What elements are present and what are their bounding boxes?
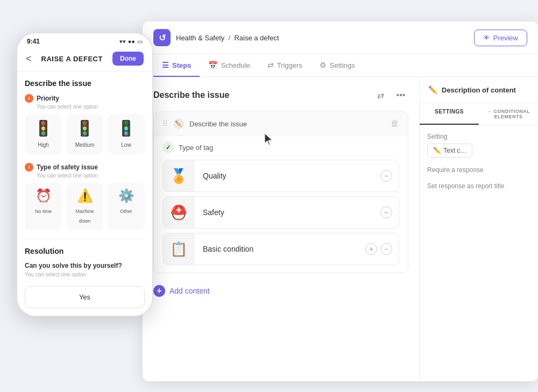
tab-settings-label: Settings <box>330 61 355 69</box>
right-panel: ✏️ Description of content SETTINGS → CON… <box>420 77 538 381</box>
wifi-icon: ▾▾ <box>119 38 126 45</box>
safety-grid: ⏰ No time ⚠️ Machine down ⚙️ Other <box>25 183 145 230</box>
require-response-row: Require a response <box>427 166 530 174</box>
options-list: 🏅 Quality − ⛑️ Safety − <box>154 156 408 273</box>
breadcrumb-parent: Health & Safety <box>176 34 224 42</box>
builder-header: ↺ Health & Safety / Raise a defect 👁 Pre… <box>143 22 538 54</box>
app-logo: ↺ <box>153 29 171 46</box>
add-content-button[interactable]: + Add content <box>153 279 408 303</box>
phone-header: < RAISE A DEFECT Done <box>17 47 152 72</box>
phone-status-bar: 9:41 ▾▾ ●● ▭ <box>17 33 152 47</box>
more-icon[interactable]: ••• <box>393 88 408 103</box>
tag-type-header: ✓ Type of tag <box>154 136 408 156</box>
set-response-label: Set response as report title <box>427 182 530 190</box>
safety-question: ! Type of safety issue You can select on… <box>25 163 145 230</box>
pencil-icon: ✏️ <box>428 85 437 94</box>
safety-label: Type of safety issue <box>37 163 98 171</box>
high-label: High <box>38 142 49 148</box>
describe-issue-header: ⠿ ✏️ Describe the issue 🗑 <box>154 112 408 136</box>
other-label: Other <box>120 209 132 214</box>
safety-controls: − <box>380 206 399 218</box>
battery-icon: ▭ <box>137 38 143 45</box>
tag-type-label: Type of tag <box>179 144 213 152</box>
basic-label: Basic condition <box>194 245 365 253</box>
mobile-phone: 9:41 ▾▾ ●● ▭ < RAISE A DEFECT Done Descr… <box>16 32 153 317</box>
priority-low[interactable]: 🚦 Low <box>108 114 145 154</box>
drag-handle[interactable]: ⠿ <box>162 119 168 128</box>
safety-other[interactable]: ⚙️ Other <box>108 183 145 230</box>
status-icons: ▾▾ ●● ▭ <box>119 38 143 45</box>
resolution-question-text: Can you solve this by yourself? <box>25 262 122 269</box>
settings-icon: ⚙ <box>320 61 327 69</box>
builder-body: Describe the issue ⇄ ••• ⠿ ✏️ Describe t… <box>143 77 538 381</box>
safety-machine-down[interactable]: ⚠️ Machine down <box>66 183 103 230</box>
option-quality: 🏅 Quality − <box>162 160 399 192</box>
tab-settings[interactable]: ⚙ Settings <box>311 54 364 77</box>
section-title: Describe the issue <box>153 90 229 100</box>
tab-triggers[interactable]: ⇄ Triggers <box>259 54 311 77</box>
phone-content: Describe the issue ! Priority You can se… <box>17 72 152 316</box>
priority-label-row: ! Priority <box>25 94 145 103</box>
add-icon: + <box>153 285 165 297</box>
edit-icon-small: ✏️ <box>173 118 184 129</box>
low-emoji: 🚦 <box>111 119 141 137</box>
basic-remove-btn[interactable]: − <box>380 243 392 255</box>
right-panel-body: Setting ✏️ Text c… Require a response Se… <box>420 125 538 206</box>
safety-badge: ! <box>25 163 33 172</box>
setting-label: Setting <box>427 133 530 140</box>
tab-triggers-label: Triggers <box>277 61 302 69</box>
describe-issue-item: ⠿ ✏️ Describe the issue 🗑 ✓ Type of tag … <box>153 111 408 273</box>
priority-high[interactable]: 🚦 High <box>25 114 62 154</box>
medium-emoji: 🚦 <box>69 119 100 137</box>
preview-button[interactable]: 👁 Preview <box>474 30 527 46</box>
medium-label: Medium <box>75 142 95 148</box>
priority-grid: 🚦 High 🚦 Medium 🚦 Low <box>25 114 145 154</box>
phone-section-title: Describe the issue <box>25 79 145 88</box>
section-actions: ⇄ ••• <box>373 88 408 103</box>
rp-tab-settings[interactable]: SETTINGS <box>420 103 479 125</box>
edit-small-icon: ✏️ <box>433 147 441 154</box>
tab-schedule-label: Schedule <box>221 61 250 69</box>
require-response-label: Require a response <box>427 166 530 174</box>
tab-schedule[interactable]: 📅 Schedule <box>200 54 258 77</box>
quality-remove-btn[interactable]: − <box>380 170 392 182</box>
section-header: Describe the issue ⇄ ••• <box>153 88 408 103</box>
back-button[interactable]: < <box>26 53 32 65</box>
breadcrumb-current: Raise a defect <box>234 34 279 42</box>
set-report-title-row: Set response as report title <box>427 182 530 190</box>
done-button[interactable]: Done <box>112 52 144 66</box>
tab-steps[interactable]: ☰ Steps <box>153 54 200 77</box>
other-emoji: ⚙️ <box>111 188 141 203</box>
swap-icon[interactable]: ⇄ <box>373 88 388 103</box>
high-emoji: 🚦 <box>28 119 59 137</box>
add-content-label: Add content <box>169 287 210 295</box>
eye-icon: 👁 <box>483 34 490 42</box>
builder-tabs: ☰ Steps 📅 Schedule ⇄ Triggers ⚙ Settings <box>143 54 538 77</box>
quality-label: Quality <box>194 172 380 180</box>
priority-hint: You can select one option <box>25 104 145 110</box>
basic-controls: + − <box>365 243 399 255</box>
safety-remove-btn[interactable]: − <box>380 206 392 218</box>
tab-steps-label: Steps <box>172 61 191 69</box>
safety-no-time[interactable]: ⏰ No time <box>25 183 62 230</box>
setting-value: Text c… <box>443 147 466 154</box>
preview-label: Preview <box>493 34 518 42</box>
quality-icon-box: 🏅 <box>163 160 194 191</box>
delete-icon[interactable]: 🗑 <box>391 119 399 129</box>
tag-icon: ✓ <box>162 141 174 153</box>
yes-button[interactable]: Yes <box>25 286 145 308</box>
priority-medium[interactable]: 🚦 Medium <box>66 114 103 154</box>
basic-add-btn[interactable]: + <box>365 243 377 255</box>
desktop-builder: ↺ Health & Safety / Raise a defect 👁 Pre… <box>143 22 538 381</box>
resolution-title: Resolution <box>25 247 145 255</box>
rp-tab-conditional[interactable]: → CONDITIONAL ELEMENTS <box>479 103 538 125</box>
phone-title: RAISE A DEFECT <box>41 55 103 63</box>
no-time-label: No time <box>35 209 52 214</box>
safety-label-row: ! Type of safety issue <box>25 163 145 172</box>
option-safety: ⛑️ Safety − <box>162 196 399 229</box>
right-panel-header: ✏️ Description of content <box>420 77 538 103</box>
header-left: ↺ Health & Safety / Raise a defect <box>153 29 279 46</box>
no-time-emoji: ⏰ <box>28 188 59 203</box>
right-panel-tabs: SETTINGS → CONDITIONAL ELEMENTS <box>420 103 538 125</box>
setting-value-pill[interactable]: ✏️ Text c… <box>427 144 472 158</box>
